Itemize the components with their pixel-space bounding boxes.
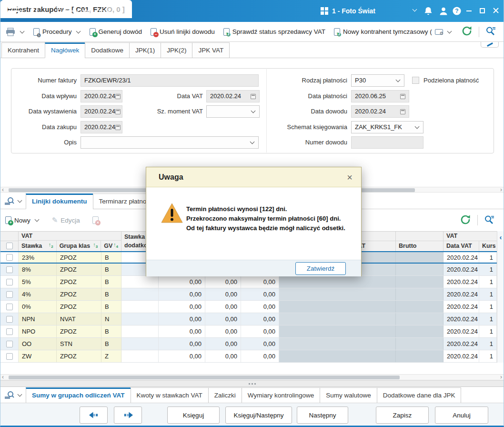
collapsed-panel-handle[interactable] — [481, 42, 499, 48]
header-tab[interactable]: Dodatkowe — [85, 42, 130, 58]
cell-kurs[interactable]: 1 — [479, 276, 497, 288]
cell-data-vat[interactable]: 2020.02.24 — [444, 252, 479, 263]
monitor-gear-icon[interactable]: ⚙ — [435, 29, 443, 35]
cell-stawka[interactable]: 8% — [19, 264, 57, 275]
cancel-button[interactable]: Anuluj — [435, 407, 488, 424]
row-checkbox[interactable] — [6, 254, 13, 261]
table-row[interactable]: 4% ZPOZ B 0,00 0,00 0,00 2020.02.24 1 — [0, 288, 497, 301]
cell-amount[interactable]: 0,00 — [205, 338, 241, 350]
maximize-button[interactable] — [480, 8, 485, 13]
cell-kurs[interactable]: 1 — [479, 301, 497, 313]
delete-document-lines-button[interactable]: – Usuń linijki dowodu — [151, 28, 215, 36]
column-header-data-vat[interactable]: Data VAT — [444, 241, 479, 251]
table-row[interactable]: ZW ZPOZ Z 0,00 0,00 0,00 2020.02.24 1 — [0, 350, 497, 363]
cell-stawka-dodatkowa[interactable] — [121, 301, 159, 313]
cell-amount[interactable]: 0,00 — [241, 325, 279, 337]
cell-stawka-dodatkowa[interactable] — [121, 350, 159, 362]
grid-tab[interactable]: Linijki dokumentu — [26, 193, 93, 209]
cell-kurs[interactable]: 1 — [479, 350, 497, 362]
voucher-number-field[interactable] — [351, 136, 423, 149]
new-temporary-contractor-button[interactable]: ↻ Nowy kontrahent tymczasowy ( ⚙ — [334, 28, 452, 36]
row-checkbox[interactable] — [6, 353, 13, 360]
cell-gv[interactable]: B — [101, 276, 121, 288]
grid-refresh-button[interactable] — [459, 214, 472, 227]
row-checkbox[interactable] — [6, 279, 13, 285]
cell-amount[interactable]: 0,00 — [241, 301, 279, 313]
hamburger-menu-icon[interactable] — [7, 5, 21, 17]
cell-amount[interactable]: 0,00 — [241, 276, 279, 288]
bottom-view-selector[interactable] — [0, 387, 26, 403]
post-button[interactable]: Księguj — [167, 407, 220, 424]
previous-record-button[interactable] — [80, 407, 108, 424]
check-vat-status-button[interactable]: ↻ Sprawdź status sprzedawcy VAT — [223, 28, 325, 36]
calendar-icon[interactable] — [400, 109, 405, 114]
save-button[interactable]: Zapisz — [376, 407, 429, 424]
cell-amount[interactable]: 0,00 — [205, 325, 241, 337]
cell-kurs[interactable]: 1 — [479, 325, 497, 337]
cell-kurs[interactable]: 1 — [479, 288, 497, 300]
cell-stawka[interactable]: NPN — [19, 313, 57, 325]
cell-kurs[interactable]: 1 — [479, 313, 497, 325]
row-checkbox[interactable] — [6, 328, 13, 335]
header-tab[interactable]: JPK(2) — [161, 42, 192, 58]
cell-grupa[interactable]: ZPOZ — [57, 264, 101, 275]
vat-moment-select[interactable] — [206, 105, 260, 118]
cell-amount[interactable]: 0,00 — [159, 350, 205, 362]
apps-grid-icon[interactable] — [320, 7, 329, 15]
grid-tab[interactable]: Terminarz płatno — [93, 193, 153, 209]
cell-amount[interactable]: 0,00 — [205, 276, 241, 288]
cell-data-vat[interactable]: 2020.02.24 — [444, 350, 479, 362]
print-chevron-down-icon[interactable] — [20, 29, 25, 33]
cell-stawka[interactable]: OO — [19, 338, 57, 350]
cell-amount[interactable]: 0,00 — [205, 350, 241, 362]
cell-amount[interactable]: 0,00 — [159, 301, 205, 313]
grid-search-button[interactable] — [484, 214, 495, 227]
cell-amount[interactable]: 0,00 — [159, 338, 205, 350]
help-icon[interactable]: ? — [452, 6, 462, 16]
next-record-button[interactable] — [114, 407, 142, 424]
cell-amount[interactable]: 0,00 — [241, 350, 279, 362]
grid-view-selector[interactable] — [0, 193, 26, 209]
calendar-icon[interactable] — [115, 109, 121, 114]
procedures-chevron-down-icon[interactable] — [76, 29, 81, 33]
cell-amount[interactable]: 0,00 — [159, 325, 205, 337]
header-tab[interactable]: JPK VAT — [192, 42, 230, 58]
cell-data-vat[interactable]: 2020.02.24 — [444, 325, 479, 337]
cell-data-vat[interactable]: 2020.02.24 — [444, 276, 479, 288]
cell-stawka-dodatkowa[interactable] — [121, 338, 159, 350]
bottom-tab[interactable]: Sumy walutowe — [320, 387, 377, 403]
cell-stawka[interactable]: NPO — [19, 325, 57, 337]
vat-date-field[interactable]: 2020.02.24 — [206, 90, 260, 102]
cell-grupa[interactable]: ZPOZ — [57, 276, 101, 288]
cell-amount[interactable]: 0,00 — [241, 338, 279, 350]
cell-gv[interactable]: Z — [101, 350, 121, 362]
bottom-tab[interactable]: Kwoty w stawkach VAT — [131, 387, 209, 403]
generate-document-button[interactable]: + Generuj dowód — [90, 28, 142, 36]
cell-grupa[interactable]: ZPOZ — [57, 350, 101, 362]
cell-grupa[interactable]: ZPOZ — [57, 325, 101, 337]
refresh-button[interactable] — [461, 25, 473, 38]
cell-data-vat[interactable]: 2020.02.24 — [444, 288, 479, 300]
notifications-bell-icon[interactable] — [423, 6, 433, 16]
company-selector[interactable]: 1 - Foto Świat — [332, 0, 375, 22]
scroll-left-icon[interactable]: ‹ — [2, 374, 4, 380]
cell-stawka[interactable]: ZW — [19, 350, 57, 362]
select-all-checkbox[interactable] — [6, 243, 13, 249]
cell-data-vat[interactable]: 2020.02.24 — [444, 264, 479, 275]
cell-grupa[interactable]: ZPOZ — [57, 301, 101, 313]
split-payment-checkbox[interactable] — [412, 77, 419, 84]
column-header-brutto[interactable]: Brutto — [396, 241, 443, 251]
scroll-left-icon[interactable]: ‹ — [2, 186, 4, 193]
row-checkbox[interactable] — [6, 291, 13, 298]
confirm-button[interactable]: Zatwierdź — [295, 262, 346, 275]
cell-stawka-dodatkowa[interactable] — [121, 288, 159, 300]
cell-gv[interactable]: N — [101, 313, 121, 325]
calendar-icon[interactable] — [251, 94, 256, 99]
cell-gv[interactable]: B — [101, 301, 121, 313]
calendar-icon[interactable] — [115, 125, 121, 130]
calendar-icon[interactable] — [400, 94, 405, 99]
row-checkbox[interactable] — [6, 304, 13, 310]
header-tab[interactable]: Nagłówek — [45, 42, 85, 58]
cell-gv[interactable]: B — [101, 338, 121, 350]
table-row[interactable]: 5% ZPOZ B 0,00 0,00 0,00 2020.02.24 1 — [0, 276, 497, 288]
